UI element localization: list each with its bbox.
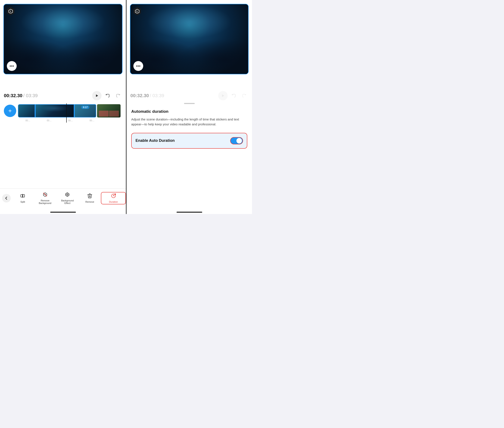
timeline-cursor-left (66, 103, 67, 123)
svg-text:+: + (115, 194, 115, 195)
video-preview-left: L ••• (3, 4, 122, 74)
svg-rect-3 (21, 195, 22, 197)
duration-badge: 0:17 (81, 106, 89, 109)
flex-spacer-left (0, 123, 126, 188)
clip-segment-3-duration-badge[interactable]: 0:17 (75, 104, 96, 117)
clip-segment-puffin[interactable] (97, 104, 121, 117)
video-preview-right: L ••• (130, 4, 249, 74)
video-rock-overlay-left (4, 4, 122, 74)
time-display-right: 00:32.30 / 03:39 (130, 93, 164, 99)
enable-auto-duration-label: Enable Auto Duration (135, 138, 175, 143)
auto-duration-section: Automatic duration Adjust the scene dura… (126, 104, 252, 162)
total-time-right: / 03:39 (150, 93, 164, 99)
current-time-right: 00:32.30 (130, 93, 149, 99)
clip-divider-1 (35, 104, 36, 117)
clip-strip[interactable]: 0:17 (18, 104, 122, 117)
auto-duration-title: Automatic duration (131, 109, 247, 114)
remove-icon (87, 193, 92, 200)
undo-button-right-greyed (230, 92, 238, 100)
spacer-right (126, 74, 252, 87)
flex-spacer-right (126, 162, 252, 210)
bottom-toolbar-left: Split RemoveBackground Ba (0, 188, 126, 210)
remove-bg-icon (42, 192, 48, 198)
tick-3: 00:... (81, 119, 103, 122)
split-label: Split (21, 201, 25, 203)
toolbar-remove-bg[interactable]: RemoveBackground (34, 191, 56, 206)
home-indicator-right (176, 212, 202, 213)
video-background-right (130, 4, 248, 74)
clip-segment-2[interactable] (36, 104, 74, 117)
split-icon (20, 193, 25, 200)
timeline-controls-left: 00:32.30 / 03:39 (0, 87, 126, 100)
clip-segment-1[interactable] (18, 104, 35, 117)
remove-label: Remove (85, 201, 94, 203)
timeline-area-left: + 0:17 (0, 103, 126, 123)
toolbar-remove[interactable]: Remove (79, 192, 101, 204)
tick-0: 00:... (17, 119, 38, 122)
enable-auto-duration-row[interactable]: Enable Auto Duration (131, 133, 247, 149)
svg-text:L: L (10, 10, 12, 13)
svg-marker-2 (96, 94, 98, 97)
video-background-left (4, 4, 122, 74)
tick-2: 00:... (60, 119, 81, 122)
redo-button-right-greyed (240, 92, 248, 100)
time-display-left: 00:32.30 / 03:39 (4, 93, 38, 99)
spacer-left (0, 74, 126, 87)
left-panel: L ••• 00:32.30 / 03:39 (0, 0, 126, 214)
play-button-right-greyed (218, 91, 228, 100)
home-indicator-left (50, 212, 76, 213)
toolbar-duration[interactable]: + Duration (101, 192, 126, 204)
add-clip-button[interactable]: + (4, 105, 16, 117)
toolbar-split[interactable]: Split (12, 192, 34, 204)
right-panel: L ••• 00:32.30 / 03:39 (126, 0, 252, 214)
bg-effect-label: BackgroundEffect (61, 199, 74, 204)
back-button[interactable] (2, 194, 11, 202)
enable-auto-duration-toggle[interactable] (230, 137, 243, 144)
duration-label: Duration (109, 201, 118, 203)
undo-button-left[interactable] (104, 92, 112, 100)
toolbar-bg-effect[interactable]: BackgroundEffect (56, 191, 79, 206)
tick-1: 00:... (38, 119, 60, 122)
timeline-strip-left[interactable]: + 0:17 (0, 103, 126, 118)
clip-divider-2 (74, 104, 75, 117)
svg-rect-4 (23, 195, 25, 197)
toggle-knob (236, 138, 242, 144)
remove-bg-label: RemoveBackground (39, 199, 51, 204)
auto-duration-description: Adjust the scene duration—including the … (131, 117, 247, 127)
svg-marker-15 (222, 94, 224, 97)
redo-button-left[interactable] (114, 92, 122, 100)
timeline-ticks-left: 00:... 00:... 00:... 00:... (0, 118, 126, 123)
svg-point-7 (67, 194, 68, 195)
video-rock-overlay-right (130, 4, 248, 74)
duration-icon: + (111, 193, 116, 200)
svg-text:L: L (137, 10, 138, 13)
current-time-left: 00:32.30 (4, 93, 22, 99)
more-options-button-left[interactable]: ••• (7, 61, 17, 71)
play-button-left[interactable] (92, 91, 101, 100)
more-options-button-right[interactable]: ••• (133, 61, 143, 71)
timeline-controls-right: 00:32.30 / 03:39 (126, 87, 252, 100)
bg-effect-icon (65, 192, 70, 198)
total-time-left: / 03:39 (23, 93, 38, 99)
